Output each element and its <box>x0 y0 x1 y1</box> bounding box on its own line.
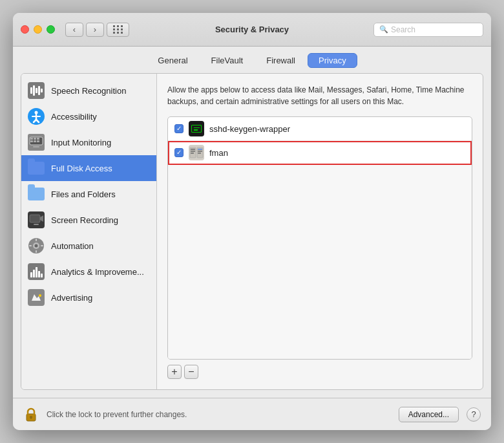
sidebar-label-screen: Screen Recording <box>51 215 118 225</box>
sidebar-label-analytics: Analytics & Improveme... <box>51 267 144 277</box>
svg-rect-52 <box>30 417 32 419</box>
full-disk-icon <box>28 160 45 177</box>
tab-firewall[interactable]: Firewall <box>255 53 306 68</box>
svg-rect-47 <box>198 149 202 150</box>
inner-panel: Speech Recognition Access <box>21 73 483 390</box>
app-name-sshd: sshd-keygen-wrapper <box>209 124 290 134</box>
sshd-app-icon <box>189 121 204 136</box>
analytics-icon <box>28 263 45 280</box>
svg-rect-46 <box>191 153 194 154</box>
remove-app-button[interactable]: − <box>184 365 198 379</box>
svg-rect-30 <box>36 250 37 253</box>
close-button[interactable] <box>21 25 29 34</box>
grid-button[interactable] <box>107 23 129 37</box>
svg-rect-23 <box>30 215 40 222</box>
svg-rect-45 <box>191 151 195 152</box>
grid-icon <box>113 25 123 34</box>
lock-text: Click the lock to prevent further change… <box>47 410 391 419</box>
nav-buttons: ‹ › <box>65 23 104 37</box>
list-controls: + − <box>167 365 472 379</box>
help-button[interactable]: ? <box>467 407 481 422</box>
content-area: Speech Recognition Access <box>13 73 491 398</box>
app-row-sshd[interactable]: ✓ sshd-keygen-wrapper <box>168 117 472 141</box>
app-row-fman[interactable]: ✓ <box>168 141 472 165</box>
fman-app-icon <box>189 145 204 160</box>
svg-rect-5 <box>41 89 43 92</box>
svg-rect-31 <box>29 245 32 246</box>
terminal-icon <box>191 125 202 133</box>
svg-rect-20 <box>37 140 39 142</box>
svg-rect-25 <box>34 224 39 225</box>
sidebar-label-speech: Speech Recognition <box>51 86 126 96</box>
input-monitoring-icon <box>28 134 45 151</box>
advertising-icon <box>28 289 45 306</box>
tab-general[interactable]: General <box>147 53 198 68</box>
svg-rect-4 <box>38 86 40 95</box>
screen-recording-icon <box>28 211 45 228</box>
sidebar-label-automation: Automation <box>51 241 94 251</box>
description-text: Allow the apps below to access data like… <box>167 84 472 107</box>
back-button[interactable]: ‹ <box>65 23 83 37</box>
tab-privacy[interactable]: Privacy <box>308 53 357 68</box>
sidebar-label-files: Files and Folders <box>51 189 116 199</box>
window-title: Security & Privacy <box>215 25 289 34</box>
svg-rect-48 <box>198 151 202 152</box>
sidebar-item-advertising[interactable]: Advertising <box>21 285 156 310</box>
svg-rect-49 <box>198 153 201 154</box>
lock-icon[interactable] <box>23 407 39 422</box>
svg-rect-36 <box>36 267 37 277</box>
svg-rect-44 <box>191 149 195 150</box>
checkbox-fman[interactable]: ✓ <box>174 148 184 157</box>
minimize-button[interactable] <box>34 25 42 34</box>
svg-rect-18 <box>30 140 33 142</box>
main-window: ‹ › Security & Privacy 🔍 Search General … <box>13 13 491 430</box>
svg-rect-38 <box>41 274 43 277</box>
speech-recognition-icon <box>28 82 45 99</box>
accessibility-icon <box>28 108 45 125</box>
sidebar-item-files-folders[interactable]: Files and Folders <box>21 181 156 207</box>
sidebar-item-input-monitoring[interactable]: Input Monitoring <box>21 129 156 155</box>
sidebar-item-accessibility[interactable]: Accessibility <box>21 103 156 129</box>
svg-rect-19 <box>34 140 36 142</box>
svg-rect-15 <box>30 138 33 140</box>
automation-icon <box>28 237 45 254</box>
search-input[interactable]: Search <box>391 25 415 34</box>
search-icon: 🔍 <box>379 25 388 34</box>
svg-rect-17 <box>37 138 39 140</box>
sidebar-label-disk: Full Disk Access <box>51 164 112 173</box>
main-panel: Allow the apps below to access data like… <box>157 74 483 389</box>
svg-rect-21 <box>33 146 39 147</box>
apps-list: ✓ sshd-keygen-wrapper <box>167 116 472 360</box>
svg-point-28 <box>35 244 38 248</box>
checkmark-sshd: ✓ <box>176 125 182 132</box>
svg-rect-32 <box>41 245 43 246</box>
add-app-button[interactable]: + <box>167 365 182 379</box>
svg-rect-2 <box>33 85 35 96</box>
advanced-button[interactable]: Advanced... <box>399 407 459 422</box>
traffic-lights <box>21 25 55 34</box>
svg-rect-16 <box>34 138 36 140</box>
svg-rect-29 <box>36 239 37 241</box>
titlebar: ‹ › Security & Privacy 🔍 Search <box>13 13 491 47</box>
sidebar-item-analytics[interactable]: Analytics & Improveme... <box>21 259 156 285</box>
search-box[interactable]: 🔍 Search <box>373 23 483 37</box>
sidebar-item-full-disk-access[interactable]: Full Disk Access <box>21 155 156 181</box>
svg-rect-34 <box>30 272 32 277</box>
tabs-bar: General FileVault Firewall Privacy <box>13 47 491 73</box>
footer-bar: Click the lock to prevent further change… <box>13 398 491 430</box>
checkbox-sshd[interactable]: ✓ <box>174 124 184 133</box>
sidebar-label-input: Input Monitoring <box>51 138 111 147</box>
forward-button[interactable]: › <box>86 23 104 37</box>
maximize-button[interactable] <box>47 25 55 34</box>
files-folders-icon <box>28 186 45 202</box>
apps-list-empty <box>168 165 472 359</box>
svg-rect-3 <box>36 88 37 93</box>
svg-rect-37 <box>38 271 40 277</box>
sidebar-item-screen-recording[interactable]: Screen Recording <box>21 207 156 233</box>
sidebar: Speech Recognition Access <box>21 74 157 389</box>
svg-point-40 <box>39 294 41 297</box>
sidebar-item-automation[interactable]: Automation <box>21 233 156 259</box>
sidebar-item-speech-recognition[interactable]: Speech Recognition <box>21 78 156 103</box>
tab-filevault[interactable]: FileVault <box>200 53 255 68</box>
checkmark-fman: ✓ <box>176 149 182 156</box>
